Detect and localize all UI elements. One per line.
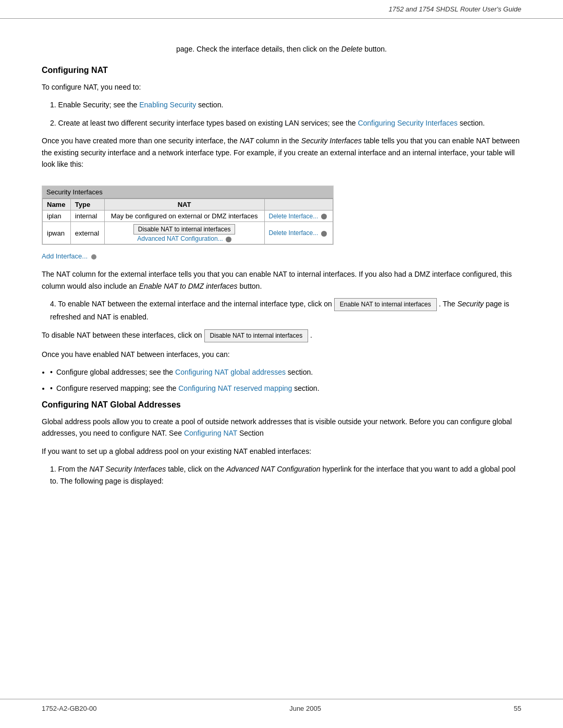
- col-name: Name: [43, 199, 71, 211]
- nat-step2: 2. Create at least two different securit…: [50, 117, 521, 129]
- intro-text: page. Check the interface details, then …: [176, 45, 341, 53]
- footer-right: 55: [514, 705, 521, 712]
- bullet1-text2: section.: [286, 368, 313, 376]
- nat-bullet-list: Configure global addresses; see the Conf…: [50, 366, 521, 394]
- gear-icon-2: [321, 231, 327, 237]
- bullet2-text: Configure reserved mapping; see the: [56, 384, 178, 392]
- page-header: 1752 and 1754 SHDSL Router User's Guide: [0, 0, 563, 19]
- nat-body1: Once you have created more than one secu…: [42, 135, 521, 170]
- reserved-mapping-link[interactable]: Configuring NAT reserved mapping: [178, 384, 292, 392]
- global-step1: 1. From the NAT Security Interfaces tabl…: [50, 463, 521, 487]
- gear-icon-3: [226, 237, 231, 242]
- nat-step1: 1. Enable Security; see the Enabling Sec…: [50, 99, 521, 110]
- delete-interface-link-1[interactable]: Delete Interface...: [269, 213, 319, 220]
- nat-intro-text: To configure NAT, you need to:: [42, 81, 521, 93]
- intro-text2: button.: [362, 45, 387, 53]
- col-type: Type: [70, 199, 104, 211]
- add-interface-link[interactable]: Add Interface...: [42, 252, 521, 260]
- security-interfaces-table-container: Security Interfaces Name Type NAT iplan …: [42, 176, 521, 260]
- table-row: ipwan external Disable NAT to internal i…: [43, 222, 333, 244]
- row-type: external: [70, 222, 104, 244]
- step2-text2: section.: [458, 119, 485, 127]
- global-addresses-link[interactable]: Configuring NAT global addresses: [175, 368, 286, 376]
- disable-nat-text: To disable NAT between these interfaces,…: [42, 329, 521, 342]
- col-action: [264, 199, 333, 211]
- bullet-item-1: Configure global addresses; see the Conf…: [50, 366, 521, 378]
- global-body1-text: Global address pools allow you to create…: [42, 417, 512, 437]
- disable-nat-button[interactable]: Disable NAT to internal interfaces: [133, 224, 236, 235]
- bullet-item-2: Configure reserved mapping; see the Conf…: [50, 382, 521, 394]
- col-nat: NAT: [104, 199, 264, 211]
- step1-text: 1. Enable Security; see the: [50, 101, 139, 109]
- row-action-2: Delete Interface...: [264, 222, 333, 244]
- enable-nat-inline-button[interactable]: Enable NAT to internal interfaces: [334, 298, 437, 311]
- security-interfaces-table-wrapper: Security Interfaces Name Type NAT iplan …: [42, 186, 334, 245]
- global-step1-text: 1. From the NAT Security Interfaces tabl…: [50, 465, 516, 485]
- add-interface-label: Add Interface...: [42, 252, 88, 260]
- delete-interface-link-2[interactable]: Delete Interface...: [269, 229, 319, 237]
- add-interface-row: Add Interface...: [42, 252, 521, 260]
- nat-step4: 4. To enable NAT between the external in…: [50, 298, 521, 323]
- step2-text: 2. Create at least two different securit…: [50, 119, 358, 127]
- add-interface-gear: [91, 254, 96, 260]
- nat-body3: Once you have enabled NAT between interf…: [42, 349, 521, 360]
- intro-paragraph: page. Check the interface details, then …: [42, 45, 521, 53]
- step1-text2: section.: [196, 101, 223, 109]
- row-nat: May be configured on external or DMZ int…: [104, 211, 264, 222]
- row-action: Delete Interface...: [264, 211, 333, 222]
- document-title: 1752 and 1754 SHDSL Router User's Guide: [389, 5, 521, 13]
- table-title: Security Interfaces: [42, 186, 333, 199]
- row-nat-buttons: Disable NAT to internal interfaces Advan…: [104, 222, 264, 244]
- footer-center: June 2005: [289, 705, 321, 712]
- configuring-nat-global-heading: Configuring NAT Global Addresses: [42, 400, 521, 410]
- enabling-security-link[interactable]: Enabling Security: [139, 101, 196, 109]
- intro-italic: Delete: [341, 45, 362, 53]
- page-footer: 1752-A2-GB20-00 June 2005 55: [0, 699, 563, 718]
- global-body2: If you want to set up a global address p…: [42, 446, 521, 457]
- disable-intro: To disable NAT between these interfaces,…: [42, 331, 204, 339]
- nat-body2: The NAT column for the external interfac…: [42, 268, 521, 292]
- interfaces-table: Name Type NAT iplan internal May be conf…: [42, 199, 333, 244]
- table-header-row: Name Type NAT: [43, 199, 333, 211]
- disable-nat-inline-button[interactable]: Disable NAT to internal interfaces: [204, 329, 309, 342]
- configuring-security-interfaces-link[interactable]: Configuring Security Interfaces: [358, 119, 457, 127]
- global-body1: Global address pools allow you to create…: [42, 416, 521, 439]
- global-body1-end: Section: [237, 429, 264, 437]
- disable-end: .: [310, 331, 312, 339]
- bullet1-text: Configure global addresses; see the: [56, 368, 175, 376]
- row-name: ipwan: [43, 222, 71, 244]
- advanced-nat-link[interactable]: Advanced NAT Configuration...: [109, 235, 260, 242]
- gear-icon-1: [321, 214, 327, 219]
- row-type: internal: [70, 211, 104, 222]
- configuring-nat-heading: Configuring NAT: [42, 66, 521, 75]
- row-name: iplan: [43, 211, 71, 222]
- page-content: page. Check the interface details, then …: [0, 29, 563, 524]
- configuring-nat-link[interactable]: Configuring NAT: [184, 429, 237, 437]
- footer-left: 1752-A2-GB20-00: [42, 705, 97, 712]
- table-row: iplan internal May be configured on exte…: [43, 211, 333, 222]
- step4-text: 4. To enable NAT between the external in…: [50, 300, 334, 308]
- bullet2-text2: section.: [292, 384, 319, 392]
